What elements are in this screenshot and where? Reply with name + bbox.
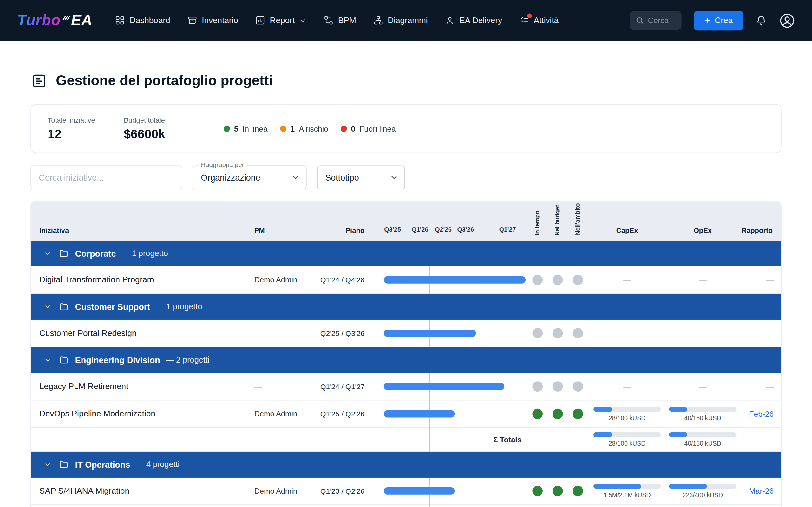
nav-item-ea-delivery[interactable]: EA Delivery [445,15,502,25]
group-count: — 1 progetto [156,302,202,311]
col-header-capex: CapEx [594,227,661,234]
logo-ea: EA [71,12,92,29]
nav-item-report[interactable]: Report [255,15,307,25]
bell-icon[interactable] [756,15,767,26]
col-header-on-time: In tempo [534,211,540,235]
stat-value: 12 [48,126,124,141]
legend-item-at-risk: 1 A rischio [280,124,328,133]
report-value: — [733,275,774,284]
group-name: Customer Support [75,302,150,312]
summary-card: Totale iniziative 12 Budget totale $6600… [31,104,781,153]
search-icon [636,16,645,25]
nav-item-bpm[interactable]: BPM [323,15,356,25]
table-row[interactable]: Customer Portal Redesign — Q2'25 / Q3'26… [31,320,781,347]
group-header-it-operations[interactable]: IT Operations — 4 progetti [31,452,781,477]
gantt-bar[interactable] [384,276,525,284]
row-pm: Demo Admin [254,276,298,284]
global-search[interactable] [630,11,681,30]
opex-progress: 40/150 kUSD [669,406,736,421]
nav-item-diagrammi[interactable]: Diagrammi [373,15,428,25]
archive-box-icon [188,15,197,25]
progress-fill [669,432,687,437]
nav-item-inventario[interactable]: Inventario [188,15,238,25]
table-row[interactable]: DevOps Pipeline Modernization Demo Admin… [31,400,781,428]
nav-item-attivita[interactable]: Attività [519,15,559,25]
timeline-axis: Q3'25 Q1'26 Q2'26 Q3'26 Q1'27 [384,226,529,234]
status-dot-on-budget [553,486,563,496]
initiative-search-input[interactable] [31,165,182,189]
folder-icon [59,460,68,469]
initiative-name: DevOps Pipeline Modernization [39,409,155,418]
logo-speed-lines-icon [63,15,70,26]
status-dot-on-time [532,486,543,496]
capex-value: — [594,275,661,284]
nav-item-dashboard[interactable]: Dashboard [115,15,170,25]
user-avatar-icon[interactable] [779,13,795,28]
quarter-tick: Q3'26 [457,226,474,233]
navbar-right-cluster: + Crea [630,10,795,30]
nav-label: Dashboard [130,16,170,25]
report-link[interactable]: Feb-26 [733,409,774,418]
progress-track [669,484,736,489]
opex-label: 40/150 kUSD [669,414,736,422]
notification-badge [527,13,532,18]
capex-progress: 1.5M/2.1M kUSD [594,484,661,499]
portfolio-table: Iniziativa PM Piano Q3'25 Q1'26 Q2'26 Q3… [31,201,781,507]
group-count: — 4 progetti [136,460,180,469]
col-header-in-scope: Nell'ambito [574,204,581,235]
gantt-bar[interactable] [384,383,504,390]
gantt-bar[interactable] [384,330,476,337]
row-pm: Demo Admin [254,410,298,418]
chevron-down-icon [44,461,51,468]
legend-label: In linea [243,124,268,133]
table-row[interactable]: Digital Transformation Program Demo Admi… [31,267,781,294]
app-logo[interactable]: Turbo EA [17,12,92,29]
group-by-select[interactable]: Raggruppa per Organizzazione [193,165,306,189]
nav-label: EA Delivery [459,16,502,25]
progress-track [594,484,661,489]
global-search-input[interactable] [648,16,675,25]
initiative-name: Customer Portal Redesign [39,329,136,338]
legend-count: 5 [234,124,239,133]
gantt-bar[interactable] [384,487,455,495]
gantt-bar[interactable] [384,410,455,418]
opex-label: 223/400 kUSD [669,492,736,499]
group-header-engineering-division[interactable]: Engineering Division — 2 progetti [31,347,781,373]
col-header-initiative: Iniziativa [39,227,69,234]
progress-track [594,432,661,437]
main-navigation: Dashboard Inventario Report BPM Diagramm… [115,15,559,25]
person-icon [445,15,455,25]
table-body: Corporate — 1 progetto Digital Transform… [31,240,781,507]
quarter-tick: Q3'25 [384,226,401,233]
group-name: IT Operations [75,460,131,469]
create-button[interactable]: + Crea [694,10,743,30]
opex-progress: 223/400 kUSD [669,484,736,499]
stat-total-budget: Budget totale $6600k [124,116,200,141]
capex-label: 1.5M/2.1M kUSD [594,492,661,499]
group-name: Corporate [75,248,116,258]
group-count: — 1 progetto [121,249,168,258]
initiative-name: SAP S/4HANA Migration [39,487,130,496]
stat-label: Budget totale [124,116,200,124]
folder-icon [59,249,68,258]
chevron-down-icon [44,303,51,311]
partial-next-row [31,505,781,507]
table-header: Iniziativa PM Piano Q3'25 Q1'26 Q2'26 Q3… [31,201,781,240]
status-dot-in-scope [573,409,583,419]
folder-icon [59,302,68,311]
status-dot-on-time [532,275,543,285]
group-header-corporate[interactable]: Corporate — 1 progetto [31,240,781,267]
page-title: Gestione del portafoglio progetti [56,73,272,89]
opex-value: — [669,275,736,284]
group-header-customer-support[interactable]: Customer Support — 1 progetto [31,294,781,320]
report-link[interactable]: Mar-26 [733,487,774,496]
stat-value: $6600k [124,126,200,141]
table-row[interactable]: Legacy PLM Retirement — Q1'24 / Q1'27 — … [31,373,781,400]
chevron-down-icon [299,17,307,24]
subtype-value: Sottotipo [325,172,359,182]
table-row[interactable]: SAP S/4HANA Migration Demo Admin Q1'23 /… [31,477,781,505]
chevron-down-icon [291,173,300,182]
nav-label: Attività [534,16,559,25]
subtype-select[interactable]: Sottotipo [317,165,405,189]
status-dot-in-scope [573,328,583,338]
